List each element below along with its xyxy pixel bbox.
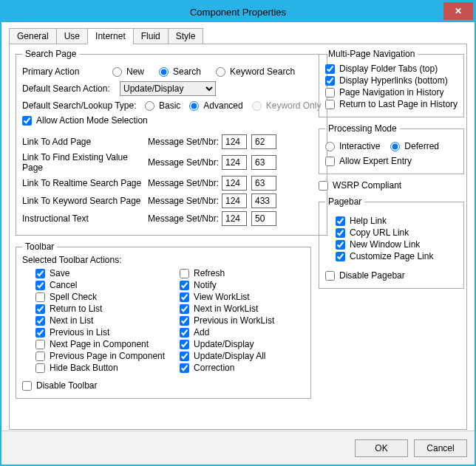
dialog-footer: OK Cancel xyxy=(1,431,475,465)
chk-return[interactable]: Return to List xyxy=(35,304,165,314)
allow-action-mode-checkbox[interactable]: Allow Action Mode Selection xyxy=(22,115,321,126)
search-page-group: Search Page Primary Action New Search Ke… xyxy=(16,49,327,236)
pagebar-legend: Pagebar xyxy=(325,196,364,207)
chk-prevwl[interactable]: Previous in WorkList xyxy=(180,315,305,326)
pmode-legend: Processing Mode xyxy=(325,123,400,134)
radio-basic[interactable]: Basic xyxy=(145,100,180,111)
radio-search[interactable]: Search xyxy=(159,66,201,77)
tab-fluid[interactable]: Fluid xyxy=(133,28,169,44)
chk-spell[interactable]: Spell Check xyxy=(35,292,165,302)
search-page-legend: Search Page xyxy=(22,49,79,59)
ok-button[interactable]: OK xyxy=(355,439,408,457)
chk-folder-tabs[interactable]: Display Folder Tabs (top) xyxy=(325,64,458,74)
radio-advanced[interactable]: Advanced xyxy=(189,100,242,111)
link-realtime-nbr[interactable] xyxy=(251,176,276,191)
selected-toolbar-actions-label: Selected Toolbar Actions: xyxy=(22,255,305,265)
chk-disable-pagebar[interactable]: Disable Pagebar xyxy=(325,270,458,281)
radio-keyword-only: Keyword Only xyxy=(252,100,322,111)
processing-mode-group: Processing Mode Interactive Deferred All… xyxy=(319,123,464,174)
link-find-nbr[interactable] xyxy=(251,155,276,170)
chk-disable-toolbar[interactable]: Disable Toolbar xyxy=(22,380,305,391)
chk-viewwl[interactable]: View WorkList xyxy=(180,292,305,302)
link-add-label: Link To Add Page xyxy=(22,137,148,147)
radio-interactive[interactable]: Interactive xyxy=(325,141,380,151)
default-search-action-select[interactable]: Update/Display xyxy=(120,81,216,96)
chk-cancel[interactable]: Cancel xyxy=(35,280,165,290)
radio-new[interactable]: New xyxy=(112,66,144,77)
multipage-nav-group: Multi-Page Navigation Display Folder Tab… xyxy=(319,49,464,117)
chk-nextpage[interactable]: Next Page in Component xyxy=(35,339,165,349)
primary-action-label: Primary Action xyxy=(22,66,108,77)
link-find-set[interactable] xyxy=(222,155,247,170)
link-add-nbr[interactable] xyxy=(251,134,276,149)
mpn-legend: Multi-Page Navigation xyxy=(325,49,418,59)
chk-upddisp[interactable]: Update/Display xyxy=(180,339,305,349)
close-button[interactable]: ✕ xyxy=(443,2,473,20)
chk-return-last[interactable]: Return to Last Page in History xyxy=(325,99,458,109)
chk-allow-expert[interactable]: Allow Expert Entry xyxy=(325,156,458,166)
chk-hyperlinks[interactable]: Display Hyperlinks (bottom) xyxy=(325,75,458,86)
default-search-action-label: Default Search Action: xyxy=(22,83,115,94)
link-realtime-label: Link To Realtime Search Page xyxy=(22,178,148,188)
titlebar: Component Properties ✕ xyxy=(1,1,475,22)
link-keyword-label: Link To Keyword Search Page xyxy=(22,196,148,206)
chk-help-link[interactable]: Help Link xyxy=(336,216,458,226)
link-keyword-nbr[interactable] xyxy=(251,193,276,208)
tab-general[interactable]: General xyxy=(9,28,57,44)
chk-notify[interactable]: Notify xyxy=(180,280,305,290)
chk-correction[interactable]: Correction xyxy=(180,363,305,373)
chk-wsrp[interactable]: WSRP Compliant xyxy=(319,180,464,191)
instr-set[interactable] xyxy=(222,211,247,226)
link-keyword-set[interactable] xyxy=(222,193,247,208)
chk-upddispall[interactable]: Update/Display All xyxy=(180,351,305,361)
chk-save[interactable]: Save xyxy=(35,268,165,278)
radio-keyword-search[interactable]: Keyword Search xyxy=(216,66,295,77)
radio-deferred[interactable]: Deferred xyxy=(390,141,439,151)
msg-set-nbr-label: Message Set/Nbr: xyxy=(148,137,222,147)
tab-style[interactable]: Style xyxy=(168,28,204,44)
tab-strip: General Use Internet Fluid Style xyxy=(9,28,467,44)
chk-prev[interactable]: Previous in List xyxy=(35,327,165,337)
chk-hideback[interactable]: Hide Back Button xyxy=(35,363,165,373)
cancel-button[interactable]: Cancel xyxy=(414,439,467,457)
close-icon: ✕ xyxy=(455,6,462,16)
tab-internet[interactable]: Internet xyxy=(87,28,134,44)
chk-customize[interactable]: Customize Page Link xyxy=(336,251,458,261)
chk-next[interactable]: Next in List xyxy=(35,315,165,326)
chk-page-nav-history[interactable]: Page Navigation in History xyxy=(325,87,458,97)
chk-nextwl[interactable]: Next in WorkList xyxy=(180,304,305,314)
instr-nbr[interactable] xyxy=(251,211,276,226)
chk-add[interactable]: Add xyxy=(180,327,305,337)
link-add-set[interactable] xyxy=(222,134,247,149)
tab-use[interactable]: Use xyxy=(56,28,88,44)
chk-copy-url[interactable]: Copy URL Link xyxy=(336,227,458,238)
chk-new-window[interactable]: New Window Link xyxy=(336,239,458,250)
link-realtime-set[interactable] xyxy=(222,176,247,191)
default-lookup-type-label: Default Search/Lookup Type: xyxy=(22,100,140,111)
toolbar-legend: Toolbar xyxy=(22,241,57,252)
instr-text-label: Instructional Text xyxy=(22,213,148,224)
chk-prevpage[interactable]: Previous Page in Component xyxy=(35,351,165,361)
window-title: Component Properties xyxy=(1,7,475,18)
toolbar-group: Toolbar Selected Toolbar Actions: Save C… xyxy=(16,241,311,399)
link-find-label: Link To Find Existing Value Page xyxy=(22,152,148,173)
pagebar-group: Pagebar Help Link Copy URL Link New Wind… xyxy=(319,196,464,289)
chk-refresh[interactable]: Refresh xyxy=(180,268,305,278)
